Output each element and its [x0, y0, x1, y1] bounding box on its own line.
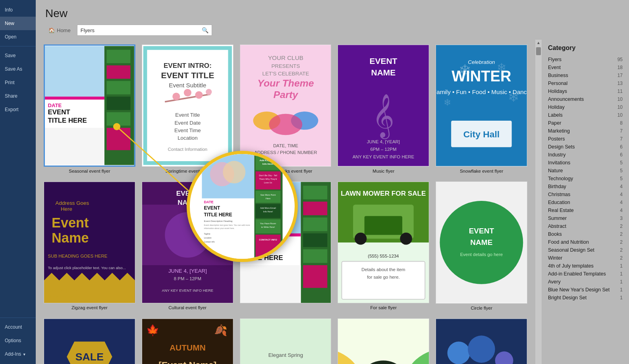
template-music[interactable]: EVENT NAME 𝄞 JUNE 4, [YEAR] 6PM – 12PM A…	[338, 44, 429, 173]
svg-text:Them Why They'd: Them Why They'd	[259, 178, 277, 180]
template-thumb-music[interactable]: EVENT NAME 𝄞 JUNE 4, [YEAR] 6PM – 12PM A…	[338, 44, 429, 167]
svg-rect-83	[303, 218, 327, 231]
template-thumb-zigzag[interactable]: Address Goes Here Event Name SUB HEADING…	[44, 181, 135, 304]
category-item[interactable]: Books2	[548, 230, 623, 238]
template-thumb-sale[interactable]: SALE COMPANY/EVENT NAME EVENT DATE EVENT…	[44, 318, 135, 364]
template-springtime[interactable]: EVENT INTRO: EVENT TITLE Event Subtitle …	[142, 44, 233, 173]
category-count: 5	[620, 160, 623, 166]
svg-rect-8	[106, 65, 130, 79]
template-circle[interactable]: EVENT NAME Event details go here Circle …	[436, 181, 527, 310]
svg-text:Party: Party	[273, 89, 298, 100]
category-count: 6	[620, 152, 623, 158]
category-count: 2	[620, 231, 623, 237]
category-count: 7	[620, 136, 623, 142]
svg-text:DATE, TIME: DATE, TIME	[273, 143, 298, 148]
category-label: Books	[548, 231, 562, 237]
template-thumb-elegant[interactable]: Elegant Spring SUMMER PARTY	[240, 318, 332, 364]
search-input[interactable]	[77, 25, 199, 35]
svg-point-94	[400, 233, 413, 245]
category-item[interactable]: Design Sets6	[548, 143, 623, 151]
category-item[interactable]: Winter2	[548, 254, 623, 262]
category-item[interactable]: Holiday10	[548, 103, 623, 111]
category-title: Category	[548, 44, 623, 52]
sidebar-item-info[interactable]: Info	[0, 3, 36, 17]
scrollbar[interactable]: ▲	[535, 40, 542, 364]
template-thumb-springtime[interactable]: EVENT INTRO: EVENT TITLE Event Subtitle …	[142, 44, 233, 167]
category-item[interactable]: Blue New Year's Design Set1	[548, 286, 623, 294]
template-thumb-forsale[interactable]: LAWN MOWER FOR SALE (555) 555-1234 Detai…	[338, 181, 429, 304]
category-item[interactable]: Business17	[548, 71, 623, 79]
category-item[interactable]: 4th of July templates1	[548, 262, 623, 270]
category-item[interactable]: Summer3	[548, 214, 623, 222]
category-count: 1	[620, 271, 623, 277]
category-item[interactable]: Technology5	[548, 175, 623, 183]
category-count: 1	[620, 295, 623, 300]
search-button[interactable]: 🔍	[199, 25, 212, 35]
category-label: Avery	[548, 279, 561, 285]
category-item[interactable]: Flyers95	[548, 56, 623, 64]
template-thumb-seasonal[interactable]: DATE EVENT TITLE HERE	[44, 44, 135, 167]
category-item[interactable]: Birthday4	[548, 183, 623, 191]
svg-text:ANY KEY EVENT INFO HERE: ANY KEY EVENT INFO HERE	[162, 288, 213, 293]
sidebar-item-options[interactable]: Options	[0, 334, 36, 347]
category-item[interactable]: Marketing7	[548, 127, 623, 135]
sidebar-item-export[interactable]: Export	[0, 103, 36, 116]
template-sale[interactable]: SALE COMPANY/EVENT NAME EVENT DATE EVENT…	[44, 318, 135, 364]
template-snowflake[interactable]: Celebration WINTER Family • Fun • Food •…	[436, 44, 527, 173]
category-item[interactable]: Invitations5	[548, 159, 623, 167]
template-summer[interactable]: SUMMER PARTY MM.DD.YY Summer party flyer	[338, 318, 429, 364]
category-item[interactable]: Posters7	[548, 135, 623, 143]
template-thumb-carnival[interactable]: YOUR CLUB PRESENTS LET'S CELEBRATE Your …	[240, 44, 332, 167]
template-winter[interactable]: MICH. FASHION DISTRICT WINTER PARTY EVEN…	[436, 318, 527, 364]
sidebar-item-new[interactable]: New	[0, 17, 36, 30]
main-content: New 🏠 Home 🔍	[36, 0, 629, 364]
category-item[interactable]: Christmas4	[548, 191, 623, 198]
category-item[interactable]: Bright Design Set1	[548, 294, 623, 302]
category-item[interactable]: Industry6	[548, 151, 623, 159]
template-thumb-summer[interactable]: SUMMER PARTY MM.DD.YY	[338, 318, 429, 364]
svg-text:(555) 555-1234: (555) 555-1234	[368, 254, 399, 258]
svg-text:EVENT: EVENT	[370, 56, 397, 65]
category-item[interactable]: Event18	[548, 64, 623, 71]
template-elegant[interactable]: Elegant Spring SUMMER PARTY Elegant spri…	[240, 318, 332, 364]
category-item[interactable]: Seasonal Design Set2	[548, 246, 623, 254]
sidebar-item-save[interactable]: Save	[0, 49, 36, 62]
sidebar-item-saveas[interactable]: Save As	[0, 62, 36, 76]
category-item[interactable]: Real Estate4	[548, 206, 623, 214]
category-item[interactable]: Announcements10	[548, 95, 623, 103]
category-item[interactable]: Holidays11	[548, 87, 623, 95]
template-autumn[interactable]: 🍁 🍂 🍂 🍁 AUTUMN [Event Name] [date], [tim…	[142, 318, 233, 364]
page-title: New	[45, 7, 619, 20]
category-item[interactable]: Food and Nutrition2	[548, 238, 623, 246]
sidebar-item-account[interactable]: Account	[0, 320, 36, 334]
category-item[interactable]: Labels10	[548, 111, 623, 119]
home-button[interactable]: 🏠 Home	[45, 26, 74, 35]
sidebar-item-print[interactable]: Print	[0, 76, 36, 89]
template-thumb-snowflake[interactable]: Celebration WINTER Family • Fun • Food •…	[436, 44, 527, 167]
template-seasonal[interactable]: DATE EVENT TITLE HERE Seasonal ev	[44, 44, 135, 173]
category-item[interactable]: Add-in Enabled Templates1	[548, 270, 623, 278]
template-zigzag[interactable]: Address Goes Here Event Name SUB HEADING…	[44, 181, 135, 310]
sidebar-item-open[interactable]: Open	[0, 30, 36, 44]
category-item[interactable]: Education4	[548, 198, 623, 206]
sidebar-item-addins[interactable]: Add-Ins ▼	[0, 347, 36, 361]
template-thumb-autumn[interactable]: 🍁 🍂 🍂 🍁 AUTUMN [Event Name] [date], [tim…	[142, 318, 233, 364]
template-thumb-winter[interactable]: MICH. FASHION DISTRICT WINTER PARTY EVEN…	[436, 318, 527, 364]
category-count: 7	[620, 128, 623, 134]
svg-text:Tagline: Tagline	[204, 233, 210, 235]
category-item[interactable]: Paper8	[548, 119, 623, 127]
category-item[interactable]: Abstract2	[548, 222, 623, 230]
category-label: Holidays	[548, 89, 567, 94]
svg-rect-10	[106, 96, 130, 110]
category-item[interactable]: Avery1	[548, 278, 623, 286]
category-count: 4	[620, 184, 623, 189]
svg-text:Info Here!: Info Here!	[263, 210, 273, 213]
category-count: 4	[620, 200, 623, 205]
template-thumb-circle[interactable]: EVENT NAME Event details go here	[436, 181, 527, 304]
template-forsale[interactable]: LAWN MOWER FOR SALE (555) 555-1234 Detai…	[338, 181, 429, 310]
category-item[interactable]: Personal13	[548, 79, 623, 87]
category-item[interactable]: Nature5	[548, 167, 623, 175]
svg-text:Event: Event	[52, 215, 89, 230]
sidebar-item-share[interactable]: Share	[0, 89, 36, 103]
svg-text:City Hall: City Hall	[463, 129, 500, 139]
